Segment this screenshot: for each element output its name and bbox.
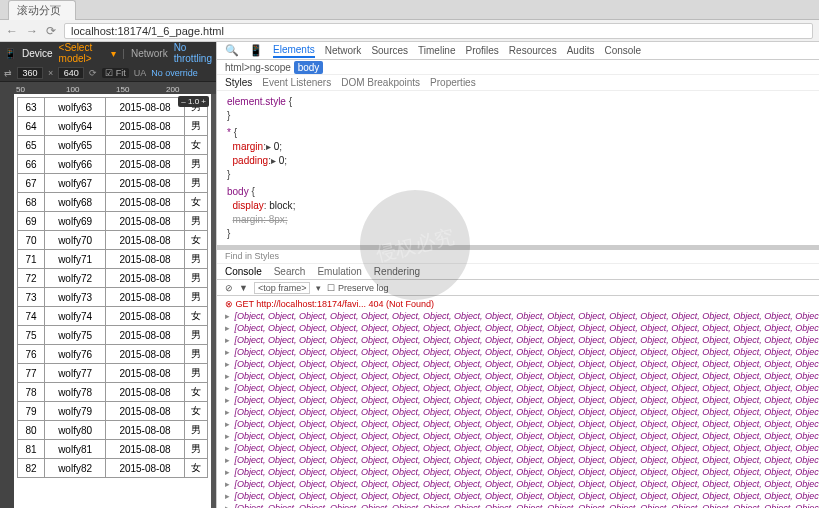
ruler-vertical [0, 94, 14, 508]
devtools-tab-elements[interactable]: Elements [273, 44, 315, 58]
ua-label: UA [134, 68, 147, 78]
table-row: 65wolfy652015-08-08女 [18, 136, 208, 155]
forward-icon[interactable]: → [26, 24, 38, 38]
address-bar: ← → ⟳ localhost:18174/1_6_page.html [0, 20, 819, 42]
devtools-tabs: 🔍 📱 Elements Network Sources Timeline Pr… [217, 42, 819, 60]
device-viewport[interactable]: – 1.0 + 63wolfy632015-08-08男64wolfy64201… [14, 94, 211, 508]
device-label: Device [22, 48, 53, 59]
ruler-horizontal: 50100150200 [0, 82, 216, 94]
table-row: 82wolfy822015-08-08女 [18, 459, 208, 478]
back-icon[interactable]: ← [6, 24, 18, 38]
table-row: 66wolfy662015-08-08男 [18, 155, 208, 174]
devtools-tab-timeline[interactable]: Timeline [418, 45, 455, 56]
table-row: 77wolfy772015-08-08男 [18, 364, 208, 383]
devtools-tab-console[interactable]: Console [604, 45, 641, 56]
drawer-tab-rendering[interactable]: Rendering [374, 266, 420, 277]
table-row: 79wolfy792015-08-08女 [18, 402, 208, 421]
nav-buttons: ← → ⟳ [6, 24, 56, 38]
console-toolbar: ⊘ ▼ <top frame> ▾ ☐ Preserve log [217, 280, 819, 296]
device-emulator-pane: 📱 Device <Select model> ▾ | Network No t… [0, 42, 216, 508]
styles-tabs: StylesEvent ListenersDOM BreakpointsProp… [217, 75, 819, 91]
devtools-tab-resources[interactable]: Resources [509, 45, 557, 56]
frame-select[interactable]: <top frame> [254, 282, 311, 294]
dropdown-icon[interactable]: ▾ [111, 48, 116, 59]
drawer-tab-emulation[interactable]: Emulation [317, 266, 361, 277]
filter-icon[interactable]: ▼ [239, 283, 248, 293]
style-tab-event-listeners[interactable]: Event Listeners [262, 75, 331, 90]
devtools-pane: 🔍 📱 Elements Network Sources Timeline Pr… [216, 42, 819, 508]
fit-toggle[interactable]: ☑ Fit [102, 68, 129, 78]
url-text: localhost:18174/1_6_page.html [71, 25, 224, 37]
table-row: 67wolfy672015-08-08男 [18, 174, 208, 193]
device-toggle-icon[interactable]: 📱 [249, 44, 263, 57]
swap-icon[interactable]: ⇄ [4, 68, 12, 78]
table-row: 72wolfy722015-08-08男 [18, 269, 208, 288]
styles-panel[interactable]: element.style { } * { margin:▸ 0; paddin… [217, 91, 819, 246]
throttling-select[interactable]: No throttling [174, 42, 212, 64]
devtools-tab-network[interactable]: Network [325, 45, 362, 56]
ua-select[interactable]: No override [151, 68, 198, 78]
dom-breadcrumb[interactable]: html>ng-scope body [217, 60, 819, 75]
preserve-log-toggle[interactable]: ☐ Preserve log [327, 283, 388, 293]
inspect-icon[interactable]: 🔍 [225, 44, 239, 57]
table-row: 70wolfy702015-08-08女 [18, 231, 208, 250]
height-input[interactable] [58, 67, 84, 79]
style-tab-properties[interactable]: Properties [430, 75, 476, 90]
table-row: 80wolfy802015-08-08男 [18, 421, 208, 440]
devtools-tab-audits[interactable]: Audits [567, 45, 595, 56]
width-input[interactable] [17, 67, 43, 79]
table-row: 69wolfy692015-08-08男 [18, 212, 208, 231]
table-row: 78wolfy782015-08-08女 [18, 383, 208, 402]
zoom-indicator[interactable]: – 1.0 + [178, 96, 209, 107]
table-row: 81wolfy812015-08-08男 [18, 440, 208, 459]
browser-tabbar: 滚动分页 [0, 0, 819, 20]
table-row: 71wolfy712015-08-08男 [18, 250, 208, 269]
drawer-tabs: ConsoleSearchEmulationRendering [217, 264, 819, 280]
style-tab-dom-breakpoints[interactable]: DOM Breakpoints [341, 75, 420, 90]
phone-icon[interactable]: 📱 [4, 48, 16, 59]
network-label: Network [131, 48, 168, 59]
devtools-tab-sources[interactable]: Sources [371, 45, 408, 56]
drawer-tab-console[interactable]: Console [225, 266, 262, 277]
device-model-select[interactable]: <Select model> [59, 42, 106, 64]
find-in-styles[interactable]: Find in Styles [217, 250, 819, 264]
device-toolbar: 📱 Device <Select model> ▾ | Network No t… [0, 42, 216, 64]
style-tab-styles[interactable]: Styles [225, 75, 252, 90]
dpr-icon[interactable]: ⟳ [89, 68, 97, 78]
table-row: 75wolfy752015-08-08男 [18, 326, 208, 345]
tab-title: 滚动分页 [17, 4, 61, 16]
table-row: 68wolfy682015-08-08女 [18, 193, 208, 212]
table-row: 73wolfy732015-08-08男 [18, 288, 208, 307]
reload-icon[interactable]: ⟳ [46, 24, 56, 38]
browser-tab[interactable]: 滚动分页 [8, 0, 76, 20]
table-row: 74wolfy742015-08-08女 [18, 307, 208, 326]
url-input[interactable]: localhost:18174/1_6_page.html [64, 23, 813, 39]
devtools-tab-profiles[interactable]: Profiles [465, 45, 498, 56]
data-table: 63wolfy632015-08-08男64wolfy642015-08-08男… [17, 97, 208, 478]
device-sub-toolbar: ⇄ × ⟳ ☑ Fit UA No override [0, 64, 216, 82]
table-row: 76wolfy762015-08-08男 [18, 345, 208, 364]
table-row: 64wolfy642015-08-08男 [18, 117, 208, 136]
drawer-tab-search[interactable]: Search [274, 266, 306, 277]
clear-console-icon[interactable]: ⊘ [225, 283, 233, 293]
console-output[interactable]: ⊗ GET http://localhost:18174/favi... 404… [217, 296, 819, 508]
